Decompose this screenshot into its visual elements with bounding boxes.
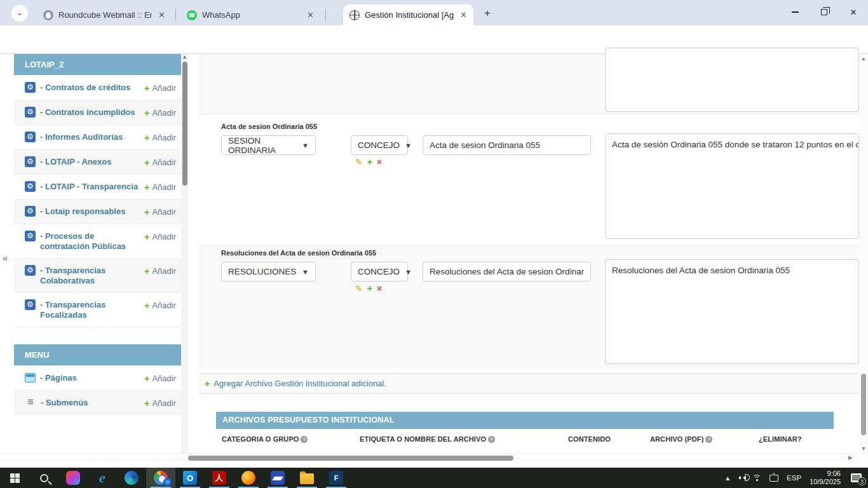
f-app-icon[interactable]: F xyxy=(322,468,351,488)
add-link[interactable]: +Añadir xyxy=(144,299,176,311)
language-indicator[interactable]: ESP xyxy=(787,474,801,482)
add-inline-link[interactable]: Agregar Archivo Gestión Institucional ad… xyxy=(214,379,386,388)
sidebar-item-label[interactable]: - Lotaip responsables xyxy=(40,206,144,217)
scroll-right-arrow[interactable]: ▶ xyxy=(848,454,853,461)
organo-select[interactable]: CONCEJO▼ xyxy=(351,262,408,281)
page-horizontal-scrollbar[interactable]: ▶ xyxy=(0,453,859,461)
tab-close-icon[interactable]: ✕ xyxy=(460,10,467,20)
notification-badge: 3 xyxy=(858,477,866,485)
tab-gestion-institucional[interactable]: Gestión Institucional [Agosto-2 ✕ xyxy=(343,4,473,25)
delete-icon[interactable]: × xyxy=(377,157,382,167)
wifi-icon[interactable] xyxy=(752,475,761,481)
add-link[interactable]: +Añadir xyxy=(144,82,176,93)
minimize-button[interactable] xyxy=(780,0,810,24)
sidebar-item-procesos-contratacion[interactable]: ⚙ - Procesos de contratación Públicas +A… xyxy=(14,224,181,258)
volume-icon[interactable] xyxy=(739,475,744,480)
sidebar-item-label[interactable]: - Informes Auditorías xyxy=(40,132,144,142)
organo-select[interactable]: CONCEJO▼ xyxy=(351,135,408,155)
tab-whatsapp[interactable]: ☎ WhatsApp ✕ xyxy=(180,4,320,25)
scrollbar-thumb[interactable] xyxy=(182,62,187,186)
add-link[interactable]: +Añadir xyxy=(144,265,176,276)
chrome-icon[interactable]: ☺ xyxy=(146,468,175,488)
edit-icon[interactable]: ✎ xyxy=(355,157,363,167)
etiqueta-input[interactable]: Resoluciones del Acta de sesion Ordinari… xyxy=(423,262,591,281)
tab-close-icon[interactable]: ✕ xyxy=(158,10,165,20)
scrollbar-thumb[interactable] xyxy=(861,374,866,435)
outlook-icon[interactable]: O xyxy=(175,468,205,488)
add-icon[interactable]: + xyxy=(367,283,372,294)
sidebar-item-label[interactable]: - Páginas xyxy=(40,372,144,383)
sidebar-item-informes-auditorias[interactable]: ⚙ - Informes Auditorías +Añadir xyxy=(14,125,181,149)
sidebar-item-transparencias-focalizadas[interactable]: ⚙ - Transparencias Focalizadas +Añadir xyxy=(14,292,181,327)
sidebar-item-label[interactable]: - Transparencias Colaborativas xyxy=(40,265,144,286)
sidebar-scrollbar[interactable]: ▲ xyxy=(181,54,188,461)
add-inline-row[interactable]: + Agregar Archivo Gestión Institucional … xyxy=(199,373,859,394)
add-link[interactable]: +Añadir xyxy=(144,132,176,143)
tab-roundcube[interactable]: Roundcube Webmail :: Entrada ✕ xyxy=(37,4,172,25)
close-window-button[interactable]: ✕ xyxy=(839,0,868,24)
copilot-icon[interactable] xyxy=(58,468,88,488)
sidebar-item-contratos-incumplidos[interactable]: ⚙ - Contratos incumplidos +Añadir xyxy=(14,100,181,125)
sidebar-item-label[interactable]: - Contratos incumplidos xyxy=(40,107,144,118)
sidebar-item-label[interactable]: - LOTAIP - Anexos xyxy=(40,156,144,167)
sidebar-item-lotaip-anexos[interactable]: ⚙ - LOTAIP - Anexos +Añadir xyxy=(14,149,181,174)
restore-button[interactable] xyxy=(810,0,839,24)
sidebar-item-transparencias-colaborativas[interactable]: ⚙ - Transparencias Colaborativas +Añadir xyxy=(14,258,181,292)
add-link[interactable]: +Añadir xyxy=(144,156,176,168)
edit-icon[interactable]: ✎ xyxy=(355,283,363,294)
contenido-textarea[interactable]: Acta de sesión Ordinaria 055 donde se tr… xyxy=(605,133,859,239)
add-link[interactable]: +Añadir xyxy=(144,107,176,118)
firefox-icon[interactable] xyxy=(234,468,263,488)
tipo-select[interactable]: RESOLUCIONES▼ xyxy=(221,262,316,281)
sidebar-item-paginas[interactable]: - Páginas +Añadir xyxy=(14,365,181,390)
tab-close-icon[interactable]: ✕ xyxy=(307,10,314,20)
notification-center-icon[interactable]: 3 xyxy=(851,473,862,482)
new-tab-button[interactable]: + xyxy=(480,6,495,21)
sidebar-item-lotaip-transparencia[interactable]: ⚙ - LOTAIP - Transparencia +Añadir xyxy=(14,174,181,199)
sidebar-item-label[interactable]: - LOTAIP - Transparencia xyxy=(40,181,144,192)
scroll-down-arrow[interactable]: ▼ xyxy=(859,445,868,452)
start-button[interactable] xyxy=(0,468,29,488)
help-icon[interactable]: ? xyxy=(705,436,712,443)
scrollbar-thumb[interactable] xyxy=(188,456,513,461)
scanner-app-icon[interactable] xyxy=(263,468,292,488)
file-explorer-icon[interactable] xyxy=(292,468,322,488)
plus-icon: + xyxy=(144,300,150,311)
internet-explorer-icon[interactable]: e xyxy=(88,468,117,488)
content-textarea[interactable] xyxy=(605,48,859,112)
tipo-select[interactable]: SESION ORDINARIA▼ xyxy=(221,135,316,155)
add-link[interactable]: +Añadir xyxy=(144,206,176,217)
tab-search-button[interactable]: ⌄ xyxy=(11,5,28,22)
help-icon[interactable]: ? xyxy=(488,436,495,443)
search-button[interactable] xyxy=(29,468,58,488)
sidebar-item-label[interactable]: - Procesos de contratación Públicas xyxy=(40,231,144,252)
clock[interactable]: 9:06 10/9/2025 xyxy=(810,470,841,486)
page-vertical-scrollbar[interactable]: ▲ ▼ xyxy=(859,54,868,454)
row-action-icons: ✎ + × xyxy=(355,157,382,167)
add-link[interactable]: +Añadir xyxy=(144,231,176,242)
help-icon[interactable]: ? xyxy=(301,436,308,443)
tab-title: Roundcube Webmail :: Entrada xyxy=(58,10,152,20)
edge-icon[interactable] xyxy=(117,468,146,488)
sidebar-item-label[interactable]: - Transparencias Focalizadas xyxy=(40,299,144,320)
gear-icon: ⚙ xyxy=(25,107,36,118)
etiqueta-input[interactable]: Acta de sesion Ordinaria 055 xyxy=(423,135,591,155)
acrobat-icon[interactable]: 人 xyxy=(205,468,234,488)
add-link[interactable]: +Añadir xyxy=(144,372,176,384)
sidebar-collapse-icon[interactable]: « xyxy=(3,252,8,263)
tray-expand-icon[interactable]: ▲ xyxy=(724,475,731,482)
add-icon[interactable]: + xyxy=(367,157,372,167)
scroll-up-arrow[interactable]: ▲ xyxy=(859,55,868,62)
delete-icon[interactable]: × xyxy=(377,283,382,294)
scroll-up-arrow[interactable]: ▲ xyxy=(181,54,188,60)
add-link[interactable]: +Añadir xyxy=(144,181,176,193)
sidebar-item-contratos-creditos[interactable]: ⚙ - Contratos de créditos +Añadir xyxy=(14,75,181,100)
sidebar-item-label[interactable]: - Submenús xyxy=(41,397,144,408)
sidebar-item-submenus[interactable]: ≡ - Submenús +Añadir xyxy=(14,390,181,415)
plus-icon: + xyxy=(144,107,150,118)
contenido-textarea[interactable]: Resoluciones del Acta de sesion Ordinari… xyxy=(605,259,859,364)
add-link[interactable]: +Añadir xyxy=(144,397,176,409)
sidebar-item-label[interactable]: - Contratos de créditos xyxy=(40,82,144,93)
cast-icon[interactable] xyxy=(770,475,778,482)
sidebar-item-lotaip-responsables[interactable]: ⚙ - Lotaip responsables +Añadir xyxy=(14,199,181,224)
